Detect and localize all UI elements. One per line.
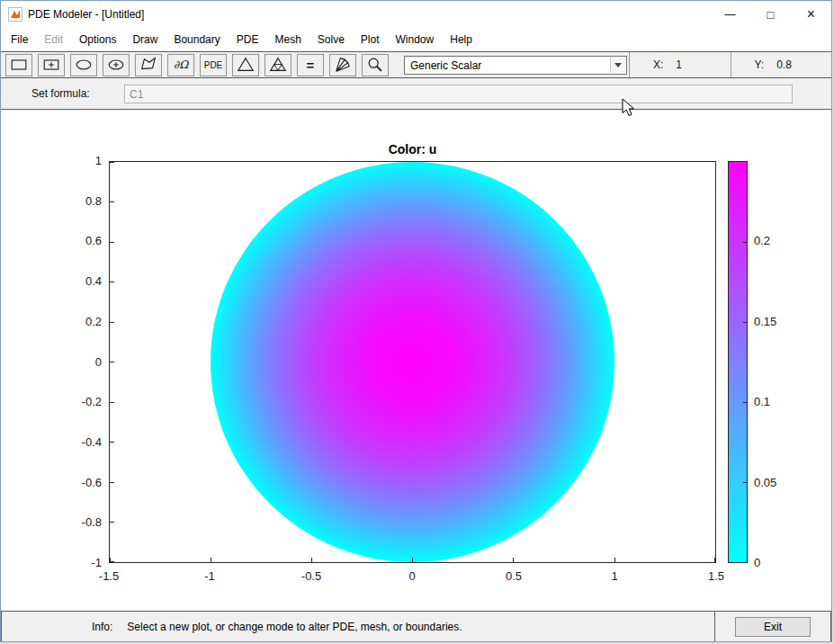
plot-solution-button[interactable]: [329, 54, 356, 76]
chevron-down-icon[interactable]: [610, 58, 625, 73]
y-tick-label: 1: [51, 154, 102, 168]
colorbar-tick-mark: [743, 482, 747, 483]
boundary-mode-icon: ∂Ω: [174, 58, 188, 71]
y-tick-label: -0.2: [51, 395, 102, 409]
draw-rectangle-button[interactable]: [5, 54, 32, 76]
y-tick-mark: [110, 522, 114, 523]
y-tick-mark: [110, 402, 114, 403]
menu-solve[interactable]: Solve: [309, 28, 353, 51]
info-box: Info: Select a new plot, or change mode …: [1, 611, 715, 642]
close-icon: ×: [807, 6, 815, 22]
x-tick-mark: [311, 558, 312, 562]
y-tick-mark: [110, 561, 114, 562]
app-icon: [8, 7, 22, 22]
info-label: Info:: [92, 621, 112, 633]
y-tick-label: 0.8: [51, 194, 102, 209]
ellipse-icon: [73, 55, 94, 75]
pde-mode-button[interactable]: PDE: [200, 54, 227, 76]
x-tick-label: -0.5: [292, 569, 330, 583]
set-formula-input[interactable]: [124, 85, 793, 103]
x-tick-mark: [513, 558, 514, 562]
menu-help[interactable]: Help: [442, 28, 480, 51]
mouse-cursor: [622, 98, 636, 118]
menu-file[interactable]: File: [3, 28, 36, 51]
set-formula-label: Set formula:: [31, 87, 90, 100]
surface-plot-icon: [332, 55, 354, 75]
exit-box: Exit: [714, 611, 831, 642]
plot-area: Color: u -1.5 -1 -0.5 0 0.5 1: [1, 110, 831, 611]
y-tick-mark: [110, 322, 114, 323]
title-bar: PDE Modeler - [Untitled] — □ ×: [1, 1, 831, 28]
application-mode-dropdown[interactable]: Generic Scalar: [404, 56, 627, 75]
menu-mesh[interactable]: Mesh: [266, 28, 309, 51]
menu-plot[interactable]: Plot: [353, 28, 388, 51]
rectangle-icon: [8, 55, 30, 75]
x-tick-label: 1: [596, 569, 633, 583]
y-tick-mark: [110, 162, 114, 163]
colorbar-tick-mark: [743, 322, 747, 323]
x-coordinate-display: X: 1: [630, 52, 731, 77]
x-tick-label: 1.5: [697, 569, 735, 583]
colorbar-tick-label: 0.05: [754, 476, 794, 490]
ellipse-plus-icon: [105, 55, 127, 75]
minimize-button[interactable]: —: [710, 1, 750, 28]
y-tick-mark: [110, 362, 114, 362]
x-tick-label: 0: [393, 569, 431, 583]
menu-edit: Edit: [36, 28, 71, 51]
y-tick-mark: [110, 282, 114, 282]
solve-icon: =: [307, 58, 315, 73]
pde-modeler-window: PDE Modeler - [Untitled] — □ × File Edit…: [0, 0, 832, 642]
refine-mesh-button[interactable]: [265, 54, 291, 76]
x-tick-label: -1: [191, 569, 229, 583]
triangle-mesh-icon: [235, 55, 256, 75]
x-coordinate-label: X:: [653, 58, 663, 71]
window-title: PDE Modeler - [Untitled]: [28, 8, 144, 21]
x-tick-label: -1.5: [90, 569, 128, 583]
minimize-icon: —: [725, 8, 736, 21]
y-tick-mark: [110, 442, 114, 443]
status-bar: Info: Select a new plot, or change mode …: [1, 611, 831, 642]
y-tick-mark: [110, 201, 114, 202]
y-coordinate-display: Y: 0.8: [731, 52, 832, 77]
y-tick-label: 0: [51, 355, 102, 370]
colorbar-tick-label: 0.1: [754, 395, 794, 409]
y-tick-label: -0.4: [51, 435, 102, 450]
menu-boundary[interactable]: Boundary: [166, 28, 228, 51]
colorbar-tick-label: 0.15: [754, 315, 794, 329]
exit-button[interactable]: Exit: [735, 617, 811, 637]
y-tick-label: -1: [51, 556, 102, 570]
menu-pde[interactable]: PDE: [229, 28, 267, 51]
x-coordinate-value: 1: [676, 58, 682, 71]
x-tick-mark: [714, 558, 715, 562]
maximize-icon: □: [767, 8, 775, 22]
x-tick-label: 0.5: [495, 569, 533, 583]
draw-polygon-button[interactable]: [135, 54, 162, 76]
y-tick-label: 0.4: [51, 274, 102, 289]
colorbar-tick-mark: [743, 402, 747, 403]
draw-rectangle-centered-button[interactable]: [38, 54, 65, 76]
close-button[interactable]: ×: [791, 1, 831, 28]
application-mode-value: Generic Scalar: [410, 59, 481, 72]
coordinate-readout: X: 1 Y: 0.8: [629, 52, 831, 77]
y-tick-mark: [110, 242, 114, 243]
window-controls: — □ ×: [710, 1, 831, 28]
x-tick-mark: [211, 558, 211, 562]
formula-bar: Set formula:: [1, 77, 831, 110]
menu-window[interactable]: Window: [388, 28, 443, 51]
solution-disk: [211, 162, 614, 562]
initialize-mesh-button[interactable]: [232, 54, 259, 76]
y-coordinate-value: 0.8: [776, 58, 792, 71]
maximize-button[interactable]: □: [750, 1, 791, 28]
solve-pde-button[interactable]: =: [297, 54, 324, 76]
boundary-mode-button[interactable]: ∂Ω: [167, 54, 194, 76]
y-coordinate-label: Y:: [755, 58, 765, 71]
menu-options[interactable]: Options: [71, 28, 124, 51]
colorbar: [728, 161, 748, 563]
plot-axes: [109, 161, 716, 563]
draw-ellipse-button[interactable]: [70, 54, 97, 76]
zoom-button[interactable]: [362, 54, 389, 76]
menu-draw[interactable]: Draw: [124, 28, 166, 51]
draw-ellipse-centered-button[interactable]: [103, 54, 130, 76]
refined-triangle-icon: [267, 55, 289, 75]
menu-bar: File Edit Options Draw Boundary PDE Mesh…: [1, 28, 831, 51]
